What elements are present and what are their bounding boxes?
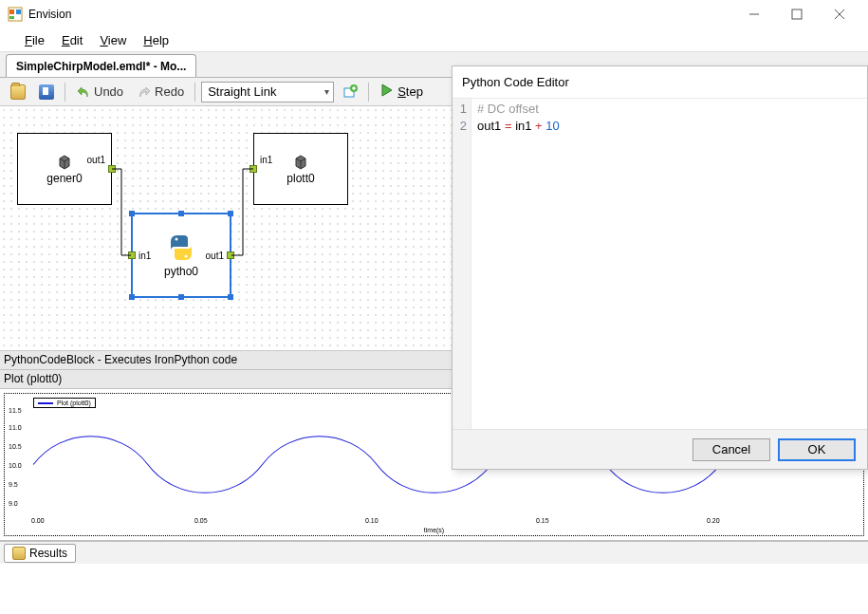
block-pytho0[interactable]: pytho0 in1 out1 (131, 213, 231, 298)
line-gutter: 12 (452, 99, 471, 429)
add-icon (342, 84, 358, 100)
port-out[interactable] (108, 165, 116, 173)
results-icon (12, 547, 26, 560)
play-icon (379, 83, 395, 101)
app-icon (8, 7, 23, 22)
svg-point-15 (175, 238, 178, 241)
block-icon (56, 153, 73, 170)
block-gener0[interactable]: gener0 out1 (17, 133, 112, 205)
code-text[interactable]: # DC offset out1 = in1 + 10 (471, 99, 867, 429)
python-icon (165, 233, 197, 263)
window-controls (732, 0, 860, 28)
separator (368, 83, 369, 102)
separator (194, 83, 195, 102)
block-plott0[interactable]: plott0 in1 (253, 133, 348, 205)
window-title: Envision (28, 8, 71, 21)
block-label: plott0 (286, 172, 314, 185)
results-tab[interactable]: Results (4, 544, 76, 563)
menu-view[interactable]: View (100, 33, 126, 47)
redo-button[interactable]: Redo (132, 81, 189, 103)
results-label: Results (29, 547, 67, 560)
open-icon (10, 84, 26, 100)
code-editor[interactable]: 12 # DC offset out1 = in1 + 10 (452, 99, 867, 429)
separator (65, 83, 65, 102)
python-code-editor-dialog[interactable]: Python Code Editor 12 # DC offset out1 =… (452, 65, 868, 470)
menu-edit[interactable]: Edit (62, 33, 83, 47)
port-label: out1 (87, 155, 105, 165)
document-tab[interactable]: SimpleChirpModel.emdl* - Mo... (6, 54, 196, 77)
save-icon (39, 84, 54, 100)
dialog-title: Python Code Editor (452, 66, 867, 99)
svg-marker-12 (382, 84, 392, 96)
port-out[interactable] (227, 251, 234, 259)
undo-icon (76, 84, 91, 100)
minimize-button[interactable] (732, 0, 775, 28)
block-icon (292, 153, 309, 170)
redo-label: Redo (155, 84, 184, 99)
results-tabstrip: Results (0, 541, 868, 564)
port-in[interactable] (128, 251, 136, 259)
cancel-button[interactable]: Cancel (693, 438, 770, 461)
port-label: in1 (139, 251, 151, 261)
maximize-button[interactable] (775, 0, 818, 28)
block-label: gener0 (46, 172, 82, 185)
block-label: pytho0 (164, 265, 198, 278)
save-button[interactable] (34, 81, 59, 103)
open-button[interactable] (6, 81, 30, 103)
step-button[interactable]: Step (375, 81, 428, 103)
undo-button[interactable]: Undo (71, 81, 128, 103)
close-button[interactable] (818, 0, 860, 28)
step-label: Step (397, 84, 423, 99)
menubar: File Edit View Help (0, 28, 868, 52)
port-label: in1 (260, 155, 272, 165)
port-label: out1 (206, 251, 224, 261)
svg-rect-3 (9, 16, 14, 19)
menu-file[interactable]: File (25, 33, 45, 47)
undo-label: Undo (94, 84, 123, 99)
svg-rect-2 (16, 9, 21, 14)
svg-rect-1 (9, 9, 14, 14)
menu-help[interactable]: Help (143, 33, 169, 47)
link-mode-select[interactable]: Straight Link (201, 82, 334, 102)
ok-button[interactable]: OK (778, 438, 856, 461)
titlebar: Envision (0, 0, 868, 28)
svg-point-16 (185, 255, 188, 258)
redo-icon (137, 84, 152, 100)
port-in[interactable] (249, 165, 257, 173)
dialog-button-row: Cancel OK (452, 429, 867, 469)
svg-rect-5 (792, 9, 802, 19)
add-block-button[interactable] (338, 81, 362, 103)
